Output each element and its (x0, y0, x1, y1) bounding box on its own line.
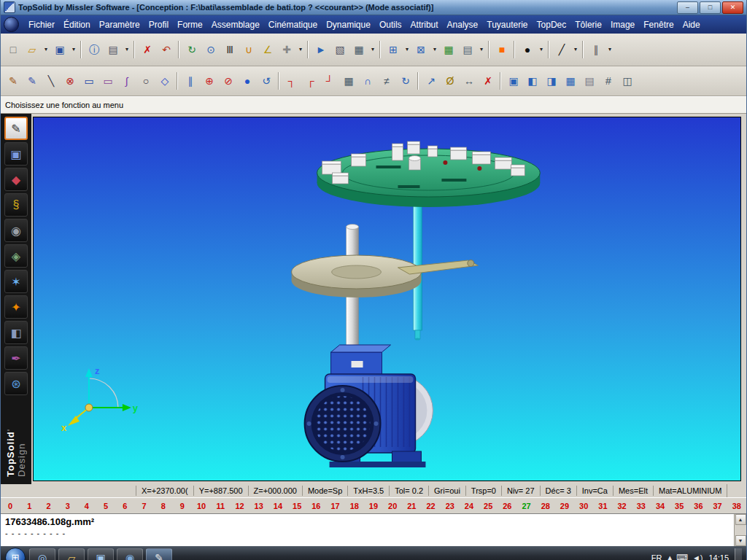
level-button[interactable]: 31 (593, 502, 612, 510)
grid-button[interactable]: ▦ (349, 40, 368, 59)
material[interactable]: Mat=ALUMINIUM (653, 486, 727, 496)
magnet-button[interactable]: ∪ (239, 40, 258, 59)
solid-tool[interactable]: ▣ (4, 142, 28, 166)
scroll-up-icon[interactable]: ▲ (735, 514, 746, 525)
spin-button[interactable]: ↻ (396, 71, 415, 90)
tolerance[interactable]: Tol= 0.2 (389, 486, 428, 496)
print-preview-button[interactable]: ▤ (458, 40, 477, 59)
toolbar-button[interactable] (174, 72, 181, 90)
toolbar-button[interactable] (415, 72, 422, 90)
taskbar-window[interactable]: ▣ (88, 548, 114, 560)
menu-item[interactable]: Dynamique (322, 18, 375, 32)
dimension-button[interactable]: ↔ (460, 71, 479, 90)
level-button[interactable]: 8 (154, 502, 173, 510)
level-button[interactable]: 1 (20, 502, 39, 510)
tray-hidden-icon[interactable]: ▴ (667, 553, 672, 560)
level[interactable]: Niv= 27 (501, 486, 540, 496)
menu-item[interactable]: Fichier (24, 18, 59, 32)
menu-item[interactable]: Tôlerie (570, 18, 606, 32)
ellipse-button[interactable]: ○ (136, 71, 155, 90)
bolt-tool[interactable]: § (4, 193, 28, 217)
grid[interactable]: Gri=oui (428, 486, 465, 496)
level-button[interactable]: 22 (421, 502, 440, 510)
delete-button[interactable]: ✗ (138, 40, 157, 59)
toolbar-button[interactable] (580, 41, 587, 58)
level-button[interactable]: 35 (670, 502, 689, 510)
drafting-grid-button[interactable]: # (599, 71, 618, 90)
clock[interactable]: 14:15 (708, 553, 729, 560)
menu-item[interactable]: Fenêtre (639, 18, 678, 32)
edit-tool[interactable]: ✎ (4, 117, 28, 140)
undo-button[interactable]: ↶ (157, 40, 176, 59)
zoom-button[interactable]: ⊙ (201, 40, 220, 59)
corner-3-button[interactable]: ┘ (320, 71, 339, 90)
wrench-tool[interactable]: ✦ (4, 295, 28, 319)
menu-item[interactable]: TopDec (533, 18, 571, 32)
angle-button[interactable]: ∠ (258, 40, 277, 59)
machining-tool[interactable]: ◈ (4, 244, 28, 268)
contour-button[interactable]: ∫ (117, 71, 136, 90)
toolbar-button[interactable] (511, 41, 518, 58)
delete-operation-button[interactable]: ✗ (479, 71, 498, 90)
transparency[interactable]: Trsp=0 (465, 486, 501, 496)
level-button[interactable]: 30 (574, 502, 593, 510)
axes-button[interactable]: ✚ (277, 40, 296, 59)
menu-item[interactable]: Attribut (406, 18, 443, 32)
hatch-style-button[interactable]: ∥ (587, 40, 605, 59)
hatch-style-caret[interactable]: ▾ (605, 40, 614, 59)
print-preview-caret[interactable]: ▾ (477, 40, 486, 59)
sketch-button[interactable]: ✎ (4, 71, 23, 90)
line-style-caret[interactable]: ▾ (571, 40, 580, 59)
line-button[interactable]: ╲ (42, 71, 61, 90)
level-button[interactable]: 37 (708, 502, 727, 510)
ruler-button[interactable]: Ⅲ (220, 40, 239, 59)
level-button[interactable]: 20 (383, 502, 402, 510)
toolbar-button[interactable] (498, 72, 504, 90)
save-caret[interactable]: ▾ (69, 40, 78, 59)
toolbar-button[interactable] (131, 41, 138, 58)
level-button[interactable]: 15 (287, 502, 306, 510)
axes-caret[interactable]: ▾ (296, 40, 305, 59)
menu-item[interactable]: Image (606, 18, 639, 32)
level-button[interactable]: 24 (460, 502, 479, 510)
x-coordinate[interactable]: X=+2370.00( (136, 486, 193, 496)
open-folder-button[interactable]: ▱ (23, 40, 42, 59)
maximize-button[interactable]: □ (700, 1, 721, 14)
menu-item[interactable]: Cinématique (264, 18, 322, 32)
clipboard-button[interactable]: ▤ (580, 71, 599, 90)
menu-item[interactable]: Édition (59, 18, 95, 32)
line-style-button[interactable]: ╱ (552, 40, 571, 59)
level-button[interactable]: 23 (441, 502, 460, 510)
parallel-button[interactable]: ∥ (181, 71, 200, 90)
zoom-all-caret[interactable]: ▾ (430, 40, 439, 59)
menu-item[interactable]: Assemblage (207, 18, 264, 32)
paint-tool[interactable]: ✒ (4, 346, 28, 370)
start-button[interactable]: ⊞ (5, 548, 26, 560)
ring-tool[interactable]: ◉ (4, 219, 28, 242)
helix-button[interactable]: ↺ (257, 71, 276, 90)
trim-button[interactable]: ▦ (339, 71, 358, 90)
corner-button[interactable]: ┐ (282, 71, 301, 90)
select-zone-button[interactable]: ▧ (330, 40, 349, 59)
level-button[interactable]: 38 (727, 502, 746, 510)
level-button[interactable]: 17 (325, 502, 344, 510)
print-caret[interactable]: ▾ (123, 40, 131, 59)
level-button[interactable]: 29 (555, 502, 574, 510)
assemble-button[interactable]: ▣ (504, 71, 523, 90)
zoom-window-caret[interactable]: ▾ (403, 40, 411, 59)
level-button[interactable]: 7 (134, 502, 153, 510)
decimals[interactable]: Déc= 3 (540, 486, 576, 496)
toolbar-button[interactable] (305, 41, 311, 58)
text-height[interactable]: TxH=3.5 (347, 486, 389, 496)
color-swatch-button[interactable]: ■ (492, 40, 511, 59)
point-button[interactable]: ⊗ (61, 71, 80, 90)
new-document-button[interactable]: □ (4, 40, 23, 59)
taskbar-media[interactable]: ◉ (117, 548, 143, 560)
viewport-3d[interactable]: z y x (33, 117, 741, 481)
toolbar-button[interactable] (486, 41, 492, 58)
layers-button[interactable]: ▦ (439, 40, 458, 59)
show-desktop-button[interactable] (735, 548, 742, 560)
level-button[interactable]: 21 (402, 502, 421, 510)
toolbar-button[interactable] (276, 72, 282, 90)
open-folder-caret[interactable]: ▾ (42, 40, 50, 59)
